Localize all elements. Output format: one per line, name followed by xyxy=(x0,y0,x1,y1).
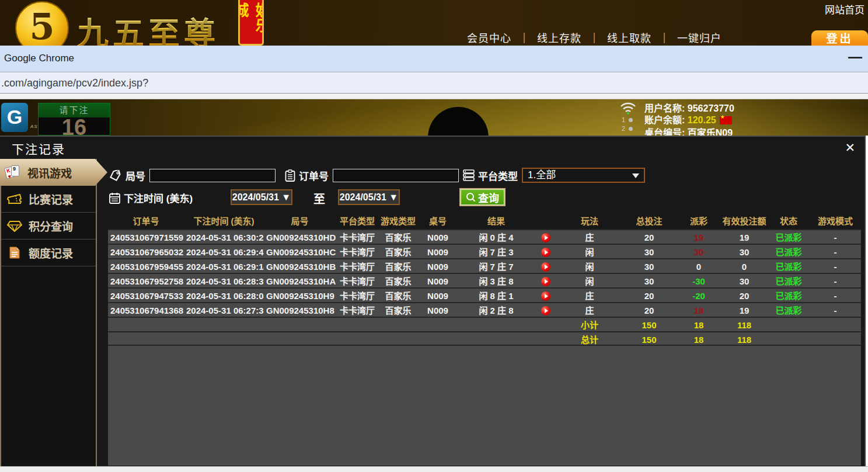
cell-total_bet: 20 xyxy=(622,289,677,302)
subtotal-cell-mode xyxy=(810,318,861,331)
cell-game: 百家乐 xyxy=(379,230,417,244)
sidebar-item-points-inquiry[interactable]: 积分查询 xyxy=(1,213,96,240)
cell-side: 庄 xyxy=(557,303,622,317)
table-row: 2405310679594552024-05-31 06:29:14GN0092… xyxy=(108,258,861,273)
cell-round: GN009245310H8 xyxy=(264,303,336,317)
cell-game: 百家乐 xyxy=(379,289,417,302)
bet-timer-value: 16 xyxy=(39,117,110,136)
nav-member-center[interactable]: 会员中心 xyxy=(467,30,511,45)
sidebar-item-quota-records[interactable]: 额度记录 xyxy=(1,240,96,266)
url-bar[interactable]: .com/agingame/pcv2/index.jsp? xyxy=(0,73,868,94)
subtotal-cell-order xyxy=(108,318,184,331)
cell-time: 2024-05-31 06:30:25 xyxy=(184,230,264,244)
bet-records-table: 订单号下注时间 (美东)局号平台类型游戏类型桌号结果玩法总投注派彩有效投注额状态… xyxy=(108,213,861,466)
total-cell-platform xyxy=(336,332,379,345)
cell-order: 240531067965032 xyxy=(108,245,184,258)
chrome-titlebar: Google Chrome — xyxy=(0,46,868,72)
cell-platform: 卡卡湾厅 xyxy=(336,289,379,302)
cell-mode: - xyxy=(810,230,861,244)
date-to-select[interactable]: 2024/05/31 ▼ xyxy=(338,189,400,205)
column-header: 结果 xyxy=(458,213,534,229)
play-video-icon[interactable] xyxy=(541,306,550,315)
play-video-icon[interactable] xyxy=(541,248,550,257)
modal-content: 局号 xyxy=(97,159,864,466)
logo-banner: 娱乐城 xyxy=(238,0,264,46)
column-header: 桌号 xyxy=(417,213,458,229)
asia-gaming-logo-icon: G xyxy=(1,103,28,132)
browser-strip xyxy=(0,95,868,99)
cell-table: N009 xyxy=(417,259,458,273)
table-number-value: 百家乐N09 xyxy=(688,128,733,136)
cell-valid_bet: 0 xyxy=(721,259,768,273)
table-row: 2405310679527582024-05-31 06:28:39GN0092… xyxy=(108,273,861,287)
cell-play xyxy=(534,245,557,258)
cell-platform: 卡卡湾厅 xyxy=(336,245,379,258)
table-row: 2405310679413682024-05-31 06:27:30GN0092… xyxy=(108,302,861,317)
play-video-icon[interactable] xyxy=(541,291,550,301)
cell-game: 百家乐 xyxy=(379,274,417,287)
list-icon xyxy=(463,169,475,181)
cell-play xyxy=(534,230,557,244)
cell-valid_bet: 19 xyxy=(721,230,768,244)
subtotal-cell-table xyxy=(417,318,458,331)
site-logo-icon: 5 xyxy=(15,1,69,46)
cell-platform: 卡卡湾厅 xyxy=(336,259,379,273)
column-header xyxy=(534,213,557,229)
nav-deposit[interactable]: 线上存款 xyxy=(537,30,581,45)
cell-payout: 19 xyxy=(677,230,721,244)
sidebar-item-video-games[interactable]: K♥9 视讯游戏 xyxy=(0,159,107,186)
logout-button[interactable]: 登出 xyxy=(811,30,868,46)
playing-cards-icon: K♥9 xyxy=(5,165,22,179)
cell-valid_bet: 19 xyxy=(721,303,768,317)
cell-platform: 卡卡湾厅 xyxy=(336,274,379,287)
home-link[interactable]: 网站首页 xyxy=(825,2,864,16)
subtotal-cell-valid_bet: 118 xyxy=(721,318,768,331)
cell-mode: - xyxy=(810,289,861,302)
to-label: 至 xyxy=(313,190,325,207)
cell-time: 2024-05-31 06:29:14 xyxy=(184,259,264,273)
site-header: 5 九五至尊 娱乐城 网站首页 会员中心｜线上存款｜线上取款｜一键归户 登出 xyxy=(0,0,868,46)
nav-withdraw[interactable]: 线上取款 xyxy=(607,30,651,45)
table-header-row: 订单号下注时间 (美东)局号平台类型游戏类型桌号结果玩法总投注派彩有效投注额状态… xyxy=(108,213,861,229)
total-cell-valid_bet: 118 xyxy=(721,332,768,345)
cell-result: 闲 8 庄 1 xyxy=(458,289,534,302)
column-header: 总投注 xyxy=(622,213,677,229)
url-text: .com/agingame/pcv2/index.jsp? xyxy=(1,77,148,89)
cell-platform: 卡卡湾厅 xyxy=(336,303,379,317)
modal-titlebar: 下注记录 ✕ xyxy=(0,137,864,159)
close-icon[interactable]: ✕ xyxy=(845,141,855,155)
total-cell-mode xyxy=(810,332,861,345)
play-video-icon[interactable] xyxy=(541,277,550,286)
platform-type-select[interactable]: 1.全部 xyxy=(522,168,645,183)
cell-mode: - xyxy=(810,303,861,317)
cell-payout: 30 xyxy=(677,245,721,258)
play-video-icon[interactable] xyxy=(541,262,550,272)
cell-game: 百家乐 xyxy=(379,245,417,258)
main-nav: 会员中心｜线上存款｜线上取款｜一键归户 xyxy=(467,30,721,45)
round-number-input[interactable] xyxy=(149,169,276,182)
cell-table: N009 xyxy=(417,230,458,244)
sidebar-item-label: 积分查询 xyxy=(29,218,73,234)
total-cell-total_bet: 150 xyxy=(622,332,677,345)
bet-timer: 请下注 16 xyxy=(38,103,110,136)
minimize-icon[interactable]: — xyxy=(848,50,862,64)
order-number-input[interactable] xyxy=(333,169,459,182)
document-icon xyxy=(6,247,23,259)
cell-table: N009 xyxy=(417,303,458,317)
site-logo-title: 九五至尊 xyxy=(77,8,219,46)
total-cell-round xyxy=(264,332,336,345)
sidebar-item-match-records[interactable]: 比赛记录 xyxy=(1,186,96,213)
china-flag-icon xyxy=(720,116,732,124)
date-from-select[interactable]: 2024/05/31 ▼ xyxy=(231,189,292,205)
cell-status: 已派彩 xyxy=(768,303,810,317)
cell-play xyxy=(534,259,557,273)
total-cell-result xyxy=(458,332,534,345)
play-video-icon[interactable] xyxy=(541,233,550,242)
column-header: 局号 xyxy=(264,213,336,229)
logo-number: 5 xyxy=(29,5,54,46)
search-button[interactable]: 查询 xyxy=(459,188,506,206)
subtotal-cell-play xyxy=(534,318,557,331)
column-header: 订单号 xyxy=(108,213,184,229)
nav-one-key[interactable]: 一键归户 xyxy=(677,30,721,45)
cell-status: 已派彩 xyxy=(768,259,810,273)
